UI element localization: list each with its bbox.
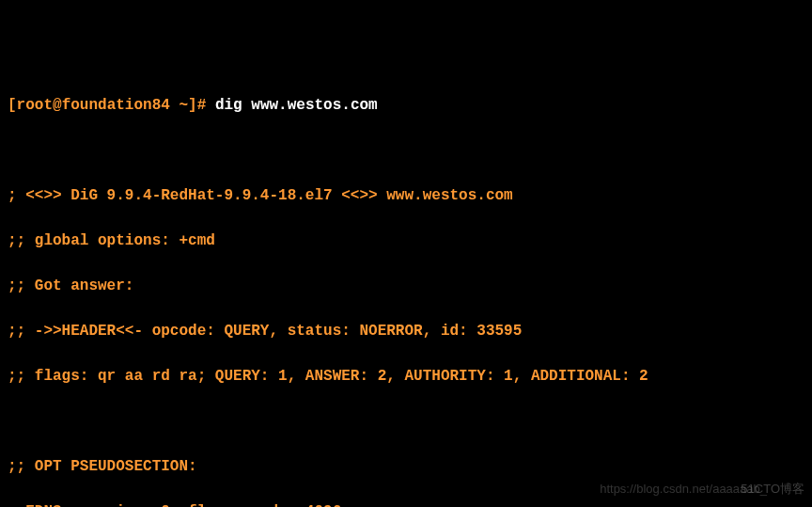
blank-line (8, 410, 804, 433)
prompt-user: root (17, 97, 53, 114)
edns-line: ; EDNS: version: 0, flags:; udp: 4096 (8, 500, 804, 507)
watermark: https://blog.csdn.net/aaaaaab_ (600, 480, 767, 499)
flags-line: ;; flags: qr aa rd ra; QUERY: 1, ANSWER:… (8, 365, 804, 388)
prompt-at: @ (53, 97, 62, 114)
opt-section-title: ;; OPT PSEUDOSECTION: (8, 455, 804, 478)
prompt-close: ] (188, 97, 197, 114)
blank-line (8, 139, 804, 162)
got-answer: ;; Got answer: (8, 275, 804, 297)
dig-version: ; <<>> DiG 9.9.4-RedHat-9.9.4-18.el7 <<>… (8, 184, 804, 207)
command-input[interactable]: dig www.westos.com (215, 97, 378, 114)
prompt-open: [ (8, 97, 17, 114)
prompt-cwd: ~ (179, 97, 188, 114)
global-options: ;; global options: +cmd (8, 230, 804, 252)
prompt-host: foundation84 (62, 97, 170, 114)
watermark-secondary: 51CTO博客 (741, 480, 804, 499)
prompt-line[interactable]: [root@foundation84 ~]# dig www.westos.co… (8, 94, 804, 117)
prompt-symbol: # (197, 97, 207, 114)
header-line: ;; ->>HEADER<<- opcode: QUERY, status: N… (8, 320, 804, 342)
